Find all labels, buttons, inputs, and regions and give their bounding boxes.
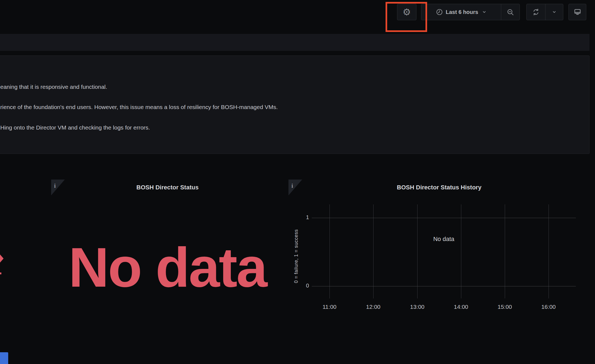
chevron-down-icon bbox=[482, 10, 486, 14]
time-range-label: Last 6 hours bbox=[446, 9, 478, 15]
panel-bosh-director-status: i BOSH Director Status No data bbox=[51, 180, 284, 333]
y-axis-label: 0 = failure, 1 = success bbox=[293, 207, 300, 305]
panel-title[interactable]: BOSH Director Status bbox=[51, 184, 284, 191]
refresh-group bbox=[526, 4, 563, 20]
gridline-vertical bbox=[329, 204, 330, 298]
refresh-interval-dropdown[interactable] bbox=[545, 4, 563, 20]
y-axis-tick: 1 bbox=[299, 214, 309, 221]
dashboard-subheader-band bbox=[0, 34, 590, 51]
notes-line: Hing onto the Director VM and checking t… bbox=[0, 124, 150, 131]
cutoff-red-arrow-fragment bbox=[0, 254, 4, 263]
stat-no-data-value: No data bbox=[51, 239, 284, 295]
gridline-vertical bbox=[549, 204, 549, 298]
gridline-vertical bbox=[373, 204, 374, 298]
zoom-out-time-button[interactable] bbox=[501, 4, 520, 20]
time-range-picker-button[interactable]: Last 6 hours bbox=[421, 4, 501, 20]
cutoff-red-fragment bbox=[0, 272, 1, 274]
x-axis-tick: 14:00 bbox=[454, 304, 468, 310]
time-range-group: Last 6 hours bbox=[421, 4, 520, 20]
zoom-out-icon bbox=[507, 8, 514, 16]
x-axis-tick: 15:00 bbox=[498, 304, 512, 310]
cutoff-blue-button-fragment bbox=[0, 352, 8, 364]
gridline-vertical bbox=[505, 204, 505, 298]
gridline-vertical bbox=[417, 204, 418, 298]
chart-plot-area[interactable]: No data 11:00 12:00 13:00 14:00 15:00 16… bbox=[312, 204, 576, 298]
chart-no-data-text: No data bbox=[312, 236, 576, 243]
notes-line: eaning that it is responsive and functio… bbox=[0, 83, 107, 90]
y-axis-tick: 0 bbox=[299, 283, 309, 289]
annotation-highlight-box bbox=[386, 2, 427, 32]
gridline-horizontal bbox=[312, 286, 576, 286]
refresh-icon bbox=[532, 8, 540, 16]
refresh-dashboard-button[interactable] bbox=[527, 4, 545, 20]
chevron-down-icon bbox=[552, 10, 556, 14]
kiosk-monitor-icon bbox=[573, 8, 582, 16]
top-toolbar: ⚙ Last 6 hours bbox=[0, 0, 595, 34]
x-axis-tick: 13:00 bbox=[410, 304, 425, 310]
x-axis-tick: 12:00 bbox=[366, 304, 381, 310]
notes-text-panel: eaning that it is responsive and functio… bbox=[0, 55, 590, 154]
kiosk-mode-button[interactable] bbox=[568, 4, 586, 20]
notes-line: rience of the foundation's end users. Ho… bbox=[0, 103, 278, 111]
clock-icon bbox=[436, 8, 443, 16]
grafana-dashboard: ⚙ Last 6 hours bbox=[0, 0, 595, 364]
panel-bosh-director-status-history: i BOSH Director Status History 0 = failu… bbox=[288, 180, 590, 333]
x-axis-tick: 11:00 bbox=[323, 304, 337, 310]
gridline-horizontal bbox=[312, 218, 576, 218]
x-axis-tick: 16:00 bbox=[541, 304, 556, 310]
panel-title[interactable]: BOSH Director Status History bbox=[288, 184, 590, 191]
gridline-vertical bbox=[461, 204, 461, 298]
